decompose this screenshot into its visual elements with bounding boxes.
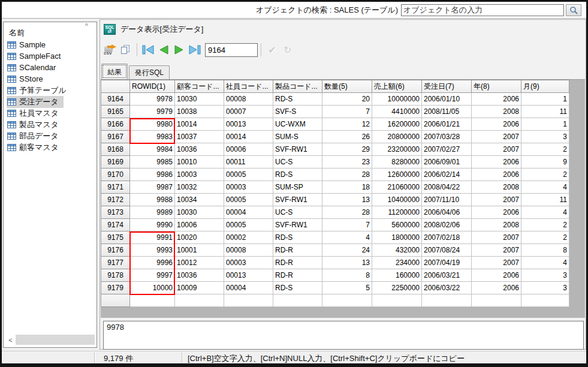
grid-cell[interactable]: 1 (521, 118, 569, 131)
grid-cell[interactable]: 2007 (472, 257, 521, 269)
row-header[interactable]: 9165 (101, 106, 130, 118)
row-header[interactable]: 9178 (101, 269, 130, 282)
sidebar-item[interactable]: 製品マスタ (4, 119, 97, 130)
sidebar-item[interactable]: Sample (4, 39, 97, 50)
sidebar-item[interactable]: 部品データ (4, 130, 97, 142)
row-header[interactable]: 9176 (101, 244, 130, 257)
grid-cell[interactable]: 3 (521, 131, 569, 143)
grid-cell[interactable]: SVF-RW1 (273, 219, 322, 231)
grid-cell[interactable]: 00004 (224, 282, 273, 294)
grid-cell[interactable]: 2 (521, 169, 569, 181)
grid-cell[interactable]: UC-WXM (273, 118, 322, 131)
grid-cell[interactable]: 9978 (130, 93, 175, 106)
grid-cell[interactable]: 4410000 (372, 106, 422, 118)
column-header[interactable]: 製品コード... (273, 80, 322, 93)
column-header[interactable]: 年(8) (472, 80, 521, 93)
grid-cell[interactable]: 00007 (224, 106, 273, 118)
grid-cell[interactable]: 9986 (130, 169, 175, 181)
grid-cell[interactable]: 00005 (224, 194, 273, 206)
grid-cell[interactable]: 4 (521, 181, 569, 194)
grid-cell[interactable]: 18 (322, 181, 372, 194)
grid-cell[interactable]: 9979 (130, 106, 175, 118)
grid-cell[interactable] (175, 294, 224, 307)
cell-editor[interactable]: 9978 (103, 321, 584, 350)
sidebar-item[interactable]: 受注データ (4, 96, 97, 107)
grid-cell[interactable]: 10030 (175, 206, 224, 219)
grid-cell[interactable] (273, 294, 322, 307)
grid-cell[interactable]: 9996 (130, 257, 175, 269)
grid-cell[interactable]: 00005 (224, 219, 273, 231)
rollback-button[interactable]: ↻ (280, 42, 295, 58)
grid-cell[interactable]: 10006 (175, 219, 224, 231)
grid-cell[interactable]: 9997 (130, 269, 175, 282)
first-record-button[interactable] (140, 42, 156, 58)
grid-cell[interactable]: 160000 (372, 269, 422, 282)
grid-cell[interactable]: 2008/11/05 (422, 106, 472, 118)
grid-cell[interactable]: RD-S (273, 282, 322, 294)
grid-cell[interactable]: 16200000 (372, 118, 422, 131)
row-header[interactable]: 9170 (101, 169, 130, 181)
column-header[interactable]: 売上額(6) (372, 80, 422, 93)
grid-cell[interactable]: 29 (322, 143, 372, 156)
grid-cell[interactable]: SUM-SP (273, 181, 322, 194)
scroll-left-arrow[interactable]: < (5, 334, 16, 345)
grid-cell[interactable]: 234000 (372, 257, 422, 269)
grid-cell[interactable]: 2006/09/01 (422, 156, 472, 169)
row-header[interactable] (101, 294, 130, 307)
grid-cell[interactable]: RD-R (273, 269, 322, 282)
grid-cell[interactable]: 13 (322, 257, 372, 269)
row-header[interactable]: 9164 (101, 93, 130, 106)
grid-cell[interactable]: 10012 (175, 257, 224, 269)
row-header[interactable]: 9168 (101, 143, 130, 156)
object-search-input[interactable] (401, 4, 564, 16)
row-header[interactable]: 9166 (101, 118, 130, 131)
grid-cell[interactable]: 9993 (130, 244, 175, 257)
grid-cell[interactable]: 2006 (472, 269, 521, 282)
grid-cell[interactable]: 9980 (130, 118, 175, 131)
grid-cell[interactable]: 00003 (224, 257, 273, 269)
corner-header[interactable] (101, 80, 130, 93)
column-header[interactable]: 月(9) (521, 80, 569, 93)
grid-cell[interactable]: RD-R (273, 257, 322, 269)
column-header[interactable]: 数量(5) (322, 80, 372, 93)
grid-cell[interactable]: 2007/02/18 (422, 231, 472, 244)
grid-cell[interactable]: 2007/08/24 (422, 244, 472, 257)
grid-cell[interactable]: SVF-RW1 (273, 143, 322, 156)
grid-cell[interactable]: 10001 (175, 244, 224, 257)
grid-cell[interactable]: 28 (322, 206, 372, 219)
grid-cell[interactable] (521, 294, 569, 307)
grid-cell[interactable]: 432000 (372, 244, 422, 257)
row-header[interactable]: 9177 (101, 257, 130, 269)
grid-cell[interactable]: UC-S (273, 156, 322, 169)
grid-cell[interactable]: 2008 (472, 106, 521, 118)
grid-cell[interactable]: 00014 (224, 131, 273, 143)
grid-cell[interactable]: 24 (322, 244, 372, 257)
grid-cell[interactable]: 2006 (472, 118, 521, 131)
grid-cell[interactable]: 11 (521, 194, 569, 206)
sidebar-item[interactable]: 予算テーブル (4, 85, 97, 96)
grid-cell[interactable]: 00008 (224, 93, 273, 106)
grid-cell[interactable]: 10014 (175, 118, 224, 131)
grid-cell[interactable]: 4 (322, 231, 372, 244)
name-column-header[interactable]: 名前 ^ (4, 22, 97, 38)
grid-cell[interactable]: 23 (322, 156, 372, 169)
grid-cell[interactable] (322, 294, 372, 307)
next-record-button[interactable] (171, 42, 187, 58)
grid-cell[interactable]: 10032 (175, 181, 224, 194)
grid-cell[interactable]: 10020 (175, 231, 224, 244)
row-header[interactable]: 9171 (101, 181, 130, 194)
grid-cell[interactable]: 2 (521, 219, 569, 231)
grid-cell[interactable]: 1800000 (372, 231, 422, 244)
grid-cell[interactable]: 11200000 (372, 206, 422, 219)
grid-cell[interactable]: 10003 (175, 169, 224, 181)
sidebar-item[interactable]: 社員マスタ (4, 107, 97, 119)
row-header[interactable]: 9167 (101, 131, 130, 143)
grid-cell[interactable]: 2006/01/21 (422, 118, 472, 131)
grid-cell[interactable]: 00005 (224, 169, 273, 181)
grid-cell[interactable]: 2007/02/27 (422, 143, 472, 156)
copy-button[interactable] (118, 42, 134, 58)
grid-cell[interactable]: 12 (322, 118, 372, 131)
grid-cell[interactable]: 2 (521, 143, 569, 156)
sidebar-item[interactable]: SCalendar (4, 62, 97, 73)
grid-cell[interactable]: 10010 (175, 156, 224, 169)
